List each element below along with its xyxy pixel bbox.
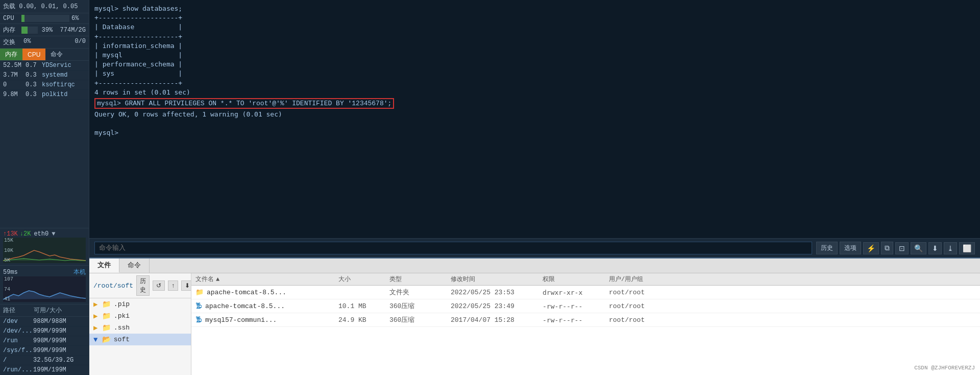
process-list: 52.5M 0.7 YDServic 3.7M 0.3 systemd 0 0.… [0, 61, 89, 228]
file-date: 2022/05/25 23:49 [447, 302, 538, 310]
latency-graph: 1077441 [3, 276, 86, 302]
process-row[interactable]: 9.8M 0.3 polkitd [0, 90, 89, 100]
process-row[interactable]: 52.5M 0.7 YDServic [0, 61, 89, 71]
file-date: 2022/05/25 23:53 [447, 289, 538, 296]
mem-bar-container [21, 27, 38, 34]
zip-file-icon: 🗜 [195, 302, 202, 310]
dir-name: soft [114, 336, 130, 343]
lightning-icon-button[interactable]: ⚡ [863, 242, 879, 254]
file-size: 10.1 MB [334, 302, 385, 310]
tab-cpu[interactable]: CPU [22, 49, 45, 60]
mem-bar-row: 内存 39% 774M/2G [0, 24, 89, 36]
disk-row[interactable]: /sys/f... 999M/999M [0, 346, 89, 356]
file-manager-tabs: 文件 命令 [89, 259, 980, 273]
file-type: 360压缩 [385, 301, 447, 311]
fm-refresh-btn[interactable]: ↺ [153, 280, 165, 291]
terminal-content-before: mysql> show databases; +----------------… [94, 4, 975, 97]
swap-label: 交换 [3, 38, 19, 46]
mem-label: 内存 [3, 26, 19, 34]
terminal[interactable]: mysql> show databases; +----------------… [89, 0, 980, 238]
cpu-value: 6% [71, 15, 86, 22]
file-name: 🗜 mysql57-communi... [191, 316, 334, 324]
latency-host: 本机 [74, 268, 86, 276]
file-name: 🗜 apache-tomcat-8.5... [191, 302, 334, 310]
col-header-perm[interactable]: 权限 [538, 275, 605, 284]
options-button[interactable]: 选项 [840, 242, 861, 254]
dir-name: .ssh [114, 324, 130, 332]
file-owner: root/root [605, 316, 681, 324]
file-row[interactable]: 🗜 apache-tomcat-8.5... 10.1 MB 360压缩 202… [191, 299, 980, 313]
tab-command-fm[interactable]: 命令 [119, 259, 150, 273]
file-owner: root/root [605, 302, 681, 310]
file-manager-body: /root/soft 历史 ↺ ↑ ⬇ ⬆ ▶ 📁 .pip ▶ 📁 .pki [89, 273, 980, 375]
file-owner: root/root [605, 289, 681, 296]
folder-icon: ▶ 📁 [93, 323, 111, 332]
file-row[interactable]: 📁 apache-tomcat-8.5... 文件夹 2022/05/25 23… [191, 286, 980, 299]
cpu-bar-container [21, 15, 69, 22]
tab-file[interactable]: 文件 [89, 259, 119, 273]
col-header-date[interactable]: 修改时间 [447, 275, 538, 284]
swap-detail: 0/0 [75, 38, 86, 46]
fm-dir-item[interactable]: ▶ 📁 .pip [89, 298, 191, 310]
latency-stats-row: 59ms 本机 [3, 268, 86, 276]
terminal-content-after: Query OK, 0 rows affected, 1 warning (0.… [94, 110, 975, 138]
fm-path-bar: /root/soft 历史 ↺ ↑ ⬇ ⬆ [89, 273, 191, 298]
process-row[interactable]: 0 0.3 ksoftirqc [0, 80, 89, 90]
cpu-bar-fill [21, 15, 24, 22]
fm-download-btn[interactable]: ⬇ [181, 280, 191, 291]
file-perm: drwxr-xr-x [538, 289, 605, 296]
download-icon-button[interactable]: ⬇ [928, 242, 942, 254]
sidebar: 负载 0.00, 0.01, 0.05 CPU 6% 内存 39% 774M/2… [0, 0, 89, 375]
file-row[interactable]: 🗜 mysql57-communi... 24.9 KB 360压缩 2017/… [191, 313, 980, 327]
terminal-highlight-row: mysql> GRANT ALL PRIVILEGES ON *.* TO 'r… [94, 97, 975, 110]
mem-bar-fill [21, 27, 28, 34]
fm-dir-item[interactable]: ▶ 📁 .ssh [89, 322, 191, 334]
fullscreen-icon-button[interactable]: ⬜ [959, 242, 975, 254]
disk-header: 路径 可用/大小 [0, 304, 89, 317]
fm-up-btn[interactable]: ↑ [168, 280, 178, 291]
col-header-type[interactable]: 类型 [385, 275, 447, 284]
file-perm: -rw-r--r-- [538, 316, 605, 324]
net-upload: ↑13K [3, 230, 18, 238]
watermark: CSDN @ZJHFOREVERZJ [914, 365, 975, 371]
fm-dir-item-selected[interactable]: ▼ 📂 soft [89, 334, 191, 345]
copy-icon-button[interactable]: ⧉ [881, 242, 893, 254]
disk-row[interactable]: /dev/... 999M/999M [0, 326, 89, 336]
zip-file-icon: 🗜 [195, 316, 202, 324]
tab-command[interactable]: 命令 [45, 49, 68, 60]
disk-row[interactable]: /run/... 199M/199M [0, 365, 89, 375]
chevron-down-icon[interactable]: ▼ [52, 230, 55, 238]
fm-history-btn[interactable]: 历史 [136, 275, 150, 296]
col-header-name[interactable]: 文件名 ▲ [191, 275, 334, 284]
tab-memory[interactable]: 内存 [0, 49, 22, 60]
col-header-owner[interactable]: 用户/用户组 [605, 275, 681, 284]
network-stats-row: ↑13K ↓2K eth0 ▼ [3, 230, 86, 238]
command-toolbar: 历史 选项 ⚡ ⧉ ⊡ 🔍 ⬇ ⤓ ⬜ [816, 242, 975, 254]
latency-value: 59ms [3, 269, 18, 276]
folder-open-icon: ▼ 📂 [93, 335, 111, 344]
file-size: 24.9 KB [334, 316, 385, 324]
process-tabs[interactable]: 内存 CPU 命令 [0, 49, 89, 61]
net-interface: eth0 [34, 230, 48, 238]
swap-row: 交换 0% 0/0 [0, 36, 89, 49]
file-type: 360压缩 [385, 315, 447, 324]
fm-dir-item[interactable]: ▶ 📁 .pki [89, 310, 191, 322]
disk-row[interactable]: / 32.5G/39.2G [0, 356, 89, 365]
load-average: 负载 0.00, 0.01, 0.05 [0, 0, 89, 13]
fm-left-panel: /root/soft 历史 ↺ ↑ ⬇ ⬆ ▶ 📁 .pip ▶ 📁 .pki [89, 273, 191, 375]
latency-section: 59ms 本机 1077441 [0, 265, 89, 304]
disk-row[interactable]: /dev 988M/988M [0, 317, 89, 326]
command-input[interactable] [94, 242, 812, 254]
clipboard-icon-button[interactable]: ⊡ [895, 242, 909, 254]
search-icon-button[interactable]: 🔍 [911, 242, 926, 254]
col-header-size[interactable]: 大小 [334, 275, 385, 284]
file-manager: 文件 命令 /root/soft 历史 ↺ ↑ ⬇ ⬆ ▶ 📁 .pip [89, 257, 980, 375]
disk-section: 路径 可用/大小 /dev 988M/988M /dev/... 999M/99… [0, 304, 89, 375]
save-icon-button[interactable]: ⤓ [944, 242, 957, 254]
mem-detail: 774M/2G [60, 27, 86, 34]
disk-row[interactable]: /run 998M/999M [0, 336, 89, 346]
history-button[interactable]: 历史 [816, 242, 838, 254]
process-row[interactable]: 3.7M 0.3 systemd [0, 71, 89, 80]
swap-value: 0% [23, 38, 36, 46]
terminal-highlight-command: mysql> GRANT ALL PRIVILEGES ON *.* TO 'r… [94, 98, 394, 109]
